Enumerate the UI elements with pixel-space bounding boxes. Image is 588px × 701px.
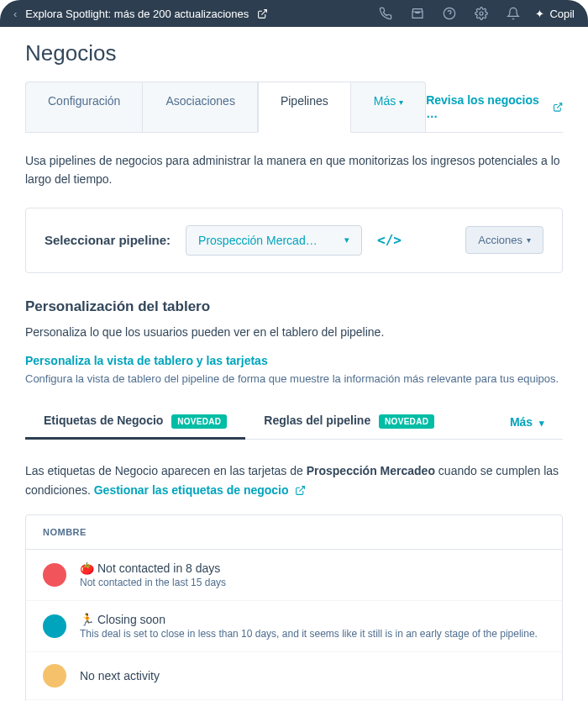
customize-view-desc: Configura la vista de tablero del pipeli…: [25, 371, 563, 387]
chevron-down-icon: ▾: [399, 98, 403, 107]
chevron-down-icon: ▾: [527, 235, 531, 245]
selector-label: Seleccionar pipeline:: [45, 233, 171, 247]
phone-icon[interactable]: [379, 7, 392, 20]
label-row[interactable]: 🍅Not contacted in 8 days Not contacted i…: [26, 550, 562, 601]
label-row[interactable]: 🏃Closing soon This deal is set to close …: [26, 601, 562, 652]
pipelines-description: Usa pipelines de negocios para administr…: [25, 151, 563, 189]
label-title: 🏃Closing soon: [80, 613, 538, 626]
help-icon[interactable]: [443, 7, 456, 20]
sparkle-icon: ✦: [535, 8, 544, 20]
label-title: 🍅Not contacted in 8 days: [80, 561, 226, 575]
svg-point-1: [480, 12, 483, 15]
gear-icon[interactable]: [475, 7, 488, 20]
pipeline-selector-box: Seleccionar pipeline: Prospección Mercad…: [25, 208, 563, 273]
page-title: Negocios: [25, 40, 563, 66]
tab-config[interactable]: Configuración: [25, 82, 143, 132]
tab-assoc[interactable]: Asociaciones: [143, 82, 258, 132]
external-link-icon: [553, 102, 563, 113]
copilot-button[interactable]: ✦ Copil: [535, 8, 575, 20]
new-badge: NOVEDAD: [379, 414, 434, 429]
chevron-down-icon: ▾: [539, 418, 544, 428]
subtab-more[interactable]: Más ▾: [491, 407, 563, 437]
main-tabs: Configuración Asociaciones Pipelines Más…: [25, 82, 563, 133]
bell-icon[interactable]: [507, 7, 520, 20]
label-subtitle: Not contacted in the last 15 days: [80, 577, 226, 588]
tab-pipelines[interactable]: Pipelines: [258, 82, 351, 133]
emoji-icon: 🏃: [80, 613, 94, 626]
customization-sub: Personaliza lo que los usuarios pueden v…: [25, 325, 563, 339]
customize-view-link[interactable]: Personaliza la vista de tablero y las ta…: [25, 354, 563, 367]
color-dot: [43, 614, 66, 638]
tab-more[interactable]: Más▾: [351, 82, 426, 132]
color-dot: [43, 664, 66, 688]
label-title: No next activity: [80, 669, 160, 683]
back-icon[interactable]: ‹: [13, 8, 17, 20]
sub-tabs: Etiquetas de Negocio NOVEDAD Reglas del …: [25, 405, 563, 440]
labels-description: Las etiquetas de Negocio aparecen en las…: [25, 461, 563, 499]
spotlight-link[interactable]: Explora Spotlight: más de 200 actualizac…: [25, 8, 249, 20]
label-list: NOMBRE 🍅Not contacted in 8 days Not cont…: [25, 514, 563, 701]
emoji-icon: 🍅: [80, 561, 94, 575]
code-icon[interactable]: </>: [377, 232, 402, 248]
review-deals-link[interactable]: Revisa los negocios …: [426, 82, 563, 132]
subtab-rules[interactable]: Reglas del pipeline NOVEDAD: [245, 405, 453, 439]
svg-point-0: [444, 8, 455, 18]
label-row[interactable]: No next activity: [26, 652, 562, 700]
marketplace-icon[interactable]: [411, 7, 424, 20]
chevron-down-icon: ▾: [344, 235, 349, 245]
actions-button[interactable]: Acciones ▾: [465, 226, 543, 254]
new-badge: NOVEDAD: [171, 414, 227, 429]
customization-heading: Personalización del tablero: [25, 298, 563, 315]
pipeline-select[interactable]: Prospección Mercad… ▾: [186, 225, 362, 256]
subtab-labels[interactable]: Etiquetas de Negocio NOVEDAD: [25, 405, 245, 439]
list-header-name: NOMBRE: [26, 515, 562, 550]
label-subtitle: This deal is set to close in less than 1…: [80, 628, 538, 640]
external-link-icon: [257, 8, 268, 19]
color-dot: [43, 563, 66, 587]
manage-labels-link[interactable]: Gestionar las etiquetas de negocio: [94, 483, 307, 497]
external-link-icon: [295, 485, 306, 496]
